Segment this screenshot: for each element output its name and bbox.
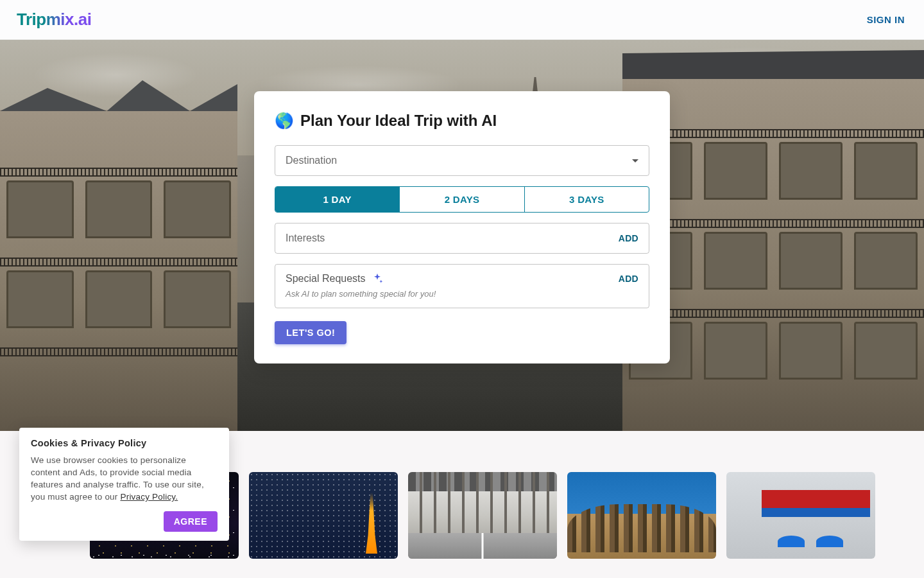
days-toggle: 1 DAY 2 DAYS 3 DAYS: [275, 186, 649, 213]
card-title: 🌎 Plan Your Ideal Trip with AI: [275, 112, 649, 130]
privacy-policy-link[interactable]: Privacy Policy.: [120, 492, 178, 502]
cookie-title: Cookies & Privacy Policy: [31, 438, 218, 448]
destination-select[interactable]: Destination: [275, 145, 649, 176]
signin-link[interactable]: SIGN IN: [867, 14, 905, 25]
cookie-body: We use browser cookies to personalize co…: [31, 455, 218, 504]
card-title-text: Plan Your Ideal Trip with AI: [300, 112, 497, 130]
special-requests-hint: Ask AI to plan something special for you…: [286, 289, 638, 299]
globe-icon: 🌎: [275, 112, 294, 130]
destination-card[interactable]: [567, 472, 716, 559]
header: Tripmix.ai SIGN IN: [0, 0, 924, 40]
interests-field[interactable]: Interests ADD: [275, 223, 649, 254]
destination-label: Destination: [286, 155, 337, 166]
special-requests-field[interactable]: Special Requests ADD Ask AI to plan some…: [275, 264, 649, 308]
plan-trip-card: 🌎 Plan Your Ideal Trip with AI Destinati…: [254, 91, 670, 363]
hero: 🌎 Plan Your Ideal Trip with AI Destinati…: [0, 40, 924, 431]
sparkle-icon: [371, 272, 384, 285]
days-option-2[interactable]: 2 DAYS: [400, 187, 524, 212]
days-option-3[interactable]: 3 DAYS: [525, 187, 649, 212]
destination-card[interactable]: [408, 472, 557, 559]
agree-button[interactable]: AGREE: [164, 511, 218, 532]
logo[interactable]: Tripmix.ai: [17, 10, 91, 30]
lets-go-button[interactable]: LET'S GO!: [275, 321, 346, 344]
destination-card[interactable]: [726, 472, 875, 559]
destination-card[interactable]: [249, 472, 398, 559]
interests-label: Interests: [286, 232, 325, 244]
chevron-down-icon: [632, 159, 638, 162]
special-add-button[interactable]: ADD: [619, 274, 638, 284]
special-requests-label: Special Requests: [286, 272, 384, 285]
days-option-1[interactable]: 1 DAY: [275, 187, 400, 212]
cookie-banner: Cookies & Privacy Policy We use browser …: [19, 428, 229, 541]
interests-add-button[interactable]: ADD: [619, 233, 638, 243]
